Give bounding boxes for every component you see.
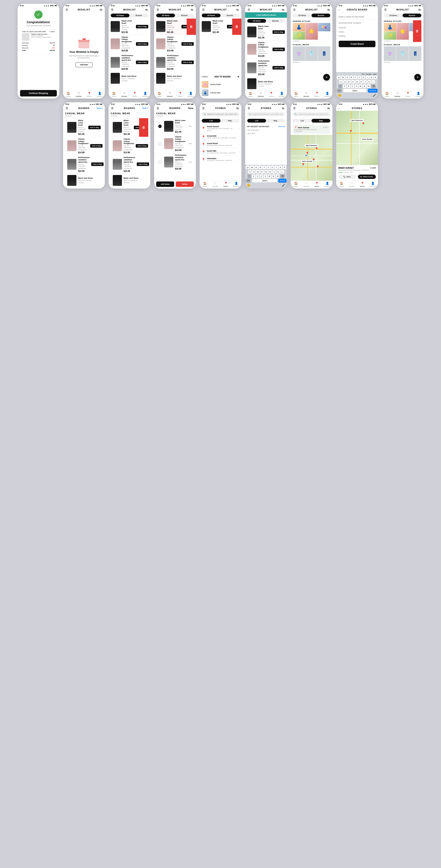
key-c[interactable]: C	[260, 174, 263, 178]
menu-icon[interactable]: ☰	[248, 8, 250, 11]
menu-icon[interactable]: ☰	[111, 8, 114, 11]
key-b[interactable]: B	[359, 84, 362, 88]
create-board-button[interactable]: Create Board	[339, 41, 375, 47]
menu-icon[interactable]: ☰	[157, 107, 159, 110]
add-to-bag-button[interactable]: Add to Bag	[273, 66, 285, 69]
key-k[interactable]: K	[368, 80, 371, 84]
key-t[interactable]: T	[354, 75, 357, 79]
add-to-bag-button[interactable]: Add to Bag	[88, 126, 101, 129]
cart-icon[interactable]: 🛍	[418, 8, 421, 11]
delete-board-button[interactable]: 🗑	[413, 20, 421, 42]
tab-all-items[interactable]: All Items	[293, 13, 312, 17]
key-x[interactable]: X	[256, 174, 259, 178]
mic-icon[interactable]: 🎤	[282, 184, 285, 187]
key-w[interactable]: W	[250, 165, 254, 169]
key-i[interactable]: I	[275, 165, 278, 169]
key-search[interactable]: Search	[278, 179, 286, 183]
key-j[interactable]: J	[364, 80, 367, 84]
tab-boards[interactable]: Boards	[175, 13, 194, 17]
key-u[interactable]: U	[361, 75, 365, 79]
nav-home[interactable]: 🏠Home	[382, 92, 392, 97]
key-q[interactable]: Q	[337, 75, 341, 79]
recent-search-item[interactable]: New York	[247, 132, 285, 135]
key-o[interactable]: O	[279, 165, 282, 169]
search-box[interactable]: 🔍 Search for postcode, city, street, etc…	[293, 112, 330, 116]
map-pin[interactable]: 📍	[314, 147, 319, 151]
key-shift[interactable]: ⇧	[338, 84, 342, 88]
tab-map[interactable]: Map	[220, 119, 239, 123]
menu-icon[interactable]: ☰	[202, 107, 204, 110]
key-d[interactable]: D	[347, 80, 351, 84]
key-h[interactable]: H	[359, 80, 363, 84]
add-to-bag-button[interactable]: Add to Bag	[273, 30, 285, 34]
nav-account[interactable]: 👤Account	[322, 92, 333, 97]
cart-icon[interactable]: 🛍	[236, 8, 239, 11]
tab-boards[interactable]: Boards	[312, 13, 330, 17]
key-l[interactable]: L	[280, 170, 284, 174]
map-view[interactable]: San Francisco Inner Sunset 📍 📍	[336, 111, 378, 165]
key-b[interactable]: B	[268, 174, 271, 178]
key-q[interactable]: Q	[246, 165, 250, 169]
tab-list[interactable]: List	[202, 119, 220, 123]
key-c[interactable]: C	[351, 84, 354, 88]
store-pin[interactable]: 📍	[349, 130, 353, 134]
nav-stores[interactable]: 📍Stores	[357, 182, 368, 187]
tab-map[interactable]: Map	[266, 119, 285, 123]
cart-icon[interactable]: 🛍	[282, 107, 284, 110]
cart-icon[interactable]: 🛍	[282, 8, 284, 11]
nav-wishlist[interactable]: ♡Wishlist	[256, 92, 266, 97]
key-n[interactable]: N	[363, 84, 366, 88]
call-button[interactable]: 📞 CALL	[338, 175, 356, 179]
key-y[interactable]: Y	[266, 165, 270, 169]
back-icon[interactable]: ‹	[339, 8, 340, 11]
key-space[interactable]: space	[343, 89, 367, 93]
key-m[interactable]: M	[367, 84, 371, 88]
delete-button[interactable]: 🗑	[187, 19, 196, 35]
select-button[interactable]: Select	[96, 107, 102, 110]
key-t[interactable]: T	[263, 165, 266, 169]
board-casual-wear[interactable]: Casual Wear 👚 👕 👖 35 Items	[293, 44, 330, 63]
key-g[interactable]: G	[355, 80, 359, 84]
add-to-bag-button[interactable]: Add to Bag	[136, 42, 148, 46]
board-spring-styles[interactable]: Spring Styles 👗 🌟 👒 ✨ 12 Items	[293, 20, 330, 42]
key-s[interactable]: S	[343, 80, 347, 84]
menu-icon[interactable]: ☰	[66, 107, 68, 110]
key-space[interactable]: space	[252, 179, 277, 183]
tab-all-items[interactable]: All Items	[111, 13, 129, 17]
select-button[interactable]: Select	[142, 107, 148, 110]
delete-button[interactable]: Delete	[176, 181, 194, 187]
add-board-icon[interactable]: +	[238, 75, 239, 79]
add-to-bag-button[interactable]: Add to Bag	[137, 162, 149, 166]
key-z[interactable]: Z	[252, 174, 255, 178]
tab-all-items[interactable]: All Items	[202, 13, 220, 17]
key-u[interactable]: U	[271, 165, 274, 169]
search-box[interactable]: 🔍 Search for postcode, city, street, etc…	[247, 112, 285, 116]
key-n[interactable]: N	[272, 174, 275, 178]
key-w[interactable]: W	[341, 75, 345, 79]
key-i[interactable]: I	[366, 75, 369, 79]
nav-stores[interactable]: 📍Stores	[129, 92, 140, 97]
key-e[interactable]: E	[346, 75, 349, 79]
nav-wishlist[interactable]: ♡Wishlist	[119, 92, 129, 97]
nav-account[interactable]: 👤Account	[413, 92, 423, 97]
store-item[interactable]: 📍 Innnd Sunset 729 Lawton St, San Franci…	[200, 124, 241, 133]
key-g[interactable]: G	[264, 170, 268, 174]
key-y[interactable]: Y	[358, 75, 361, 79]
directions-button[interactable]: ▶ DIRECTIONS	[358, 175, 376, 179]
item-checkbox[interactable]	[158, 160, 162, 164]
casual-wear-board[interactable]: Casual Wear 👚 👕 👖 35 Items	[384, 44, 421, 63]
cart-icon[interactable]: 🛍	[327, 8, 330, 11]
emoji-icon[interactable]: 😊	[247, 184, 250, 187]
add-board-fab[interactable]: +	[414, 74, 421, 81]
tab-boards[interactable]: Boards	[403, 13, 421, 17]
tab-map[interactable]: Map	[312, 119, 330, 123]
key-shift[interactable]: ⇧	[247, 174, 251, 178]
key-e[interactable]: E	[255, 165, 258, 169]
board-name-input[interactable]	[339, 14, 375, 20]
nav-stores[interactable]: 📍Stores	[175, 92, 185, 97]
nav-home[interactable]: 🏠Home	[108, 92, 119, 97]
tab-all-items[interactable]: All Items	[156, 13, 175, 17]
suggestion-dresses[interactable]: Dresses	[339, 26, 375, 30]
map-pin[interactable]: 📍	[316, 165, 320, 169]
tab-list[interactable]: List	[247, 119, 266, 123]
